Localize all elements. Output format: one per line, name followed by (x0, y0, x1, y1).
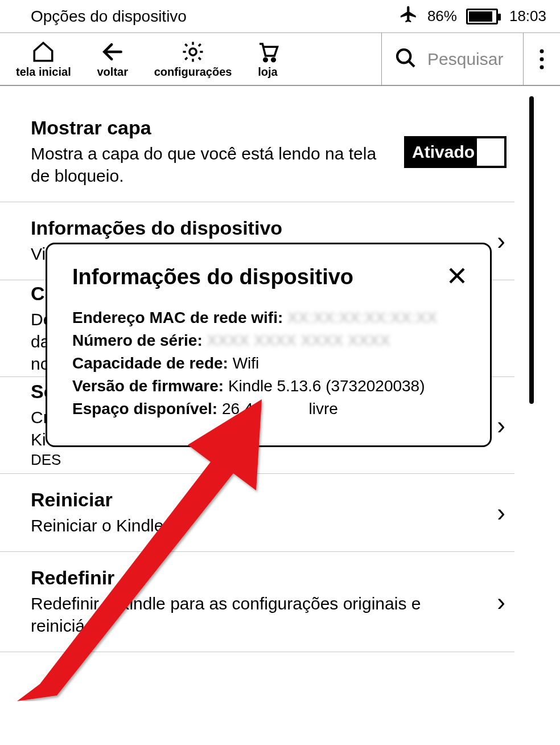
settings-label: configurações (154, 66, 232, 79)
firmware-line: Versão de firmware: Kindle 5.13.6 (37320… (72, 377, 467, 395)
mac-line: Endereço MAC de rede wifi: XX:XX:XX:XX:X… (72, 309, 467, 327)
row-desc: Mostra a capa do que você está lendo na … (31, 142, 393, 187)
svg-point-5 (540, 57, 544, 61)
back-label: voltar (97, 66, 127, 79)
row-desc: Redefinir o Kindle para as configurações… (31, 592, 440, 637)
dialog-title: Informações do dispositivo (72, 265, 353, 289)
mac-label: Endereço MAC de rede wifi: (72, 309, 283, 326)
settings-button[interactable]: configurações (144, 33, 242, 85)
svg-point-6 (540, 65, 544, 69)
overflow-menu-button[interactable] (524, 33, 560, 85)
device-info-dialog: Informações do dispositivo Endereço MAC … (46, 243, 492, 447)
mac-value-redacted: XX:XX:XX:XX:XX:XX (287, 309, 437, 326)
row-show-cover[interactable]: Mostrar capa Mostra a capa do que você e… (0, 102, 514, 202)
toggle-label: Ativado (412, 142, 475, 162)
home-icon (31, 39, 55, 64)
chevron-right-icon: › (497, 411, 514, 440)
search-box[interactable]: Pesquisar (381, 33, 524, 85)
back-button[interactable]: voltar (81, 33, 144, 85)
page-title: Opções do dispositivo (31, 7, 187, 26)
svg-point-0 (190, 48, 196, 55)
chevron-right-icon: › (497, 498, 514, 527)
kebab-icon (539, 48, 545, 71)
clock: 18:03 (509, 7, 546, 25)
battery-percent: 86% (427, 7, 457, 25)
cart-icon (256, 39, 279, 64)
freespace-label: Espaço disponível: (72, 400, 217, 417)
netcap-label: Capacidade de rede: (72, 354, 228, 372)
row-reset[interactable]: Redefinir Redefinir o Kindle para as con… (0, 552, 514, 652)
netcap-line: Capacidade de rede: Wifi (72, 354, 467, 372)
freespace-value-suffix: livre (309, 400, 338, 417)
toolbar: tela inicial voltar configurações loja P… (0, 32, 560, 86)
home-button[interactable]: tela inicial (6, 33, 81, 85)
search-placeholder: Pesquisar (427, 50, 503, 69)
svg-point-3 (397, 50, 410, 63)
row-desc-extra: DES (31, 451, 61, 470)
row-title: Redefinir (31, 567, 440, 589)
chevron-right-icon: › (497, 588, 514, 616)
chevron-right-icon: › (497, 227, 514, 255)
netcap-value: Wifi (233, 354, 260, 372)
svg-point-4 (540, 49, 544, 53)
row-title: Mostrar capa (31, 117, 393, 139)
close-button[interactable] (447, 265, 467, 289)
svg-point-2 (272, 58, 275, 62)
airplane-mode-icon (399, 5, 418, 28)
row-desc: Reiniciar o Kindle. (31, 514, 168, 537)
settings-list: Mostrar capa Mostra a capa do que você e… (0, 86, 560, 745)
freespace-line: Espaço disponível: 26,4 XX XX livre (72, 400, 467, 418)
svg-point-1 (264, 58, 267, 62)
serial-line: Número de série: XXXX XXXX XXXX XXXX (72, 331, 467, 350)
home-label: tela inicial (16, 66, 71, 79)
scrollbar[interactable] (529, 96, 534, 404)
serial-value-redacted: XXXX XXXX XXXX XXXX (207, 331, 390, 349)
store-label: loja (258, 66, 277, 79)
serial-label: Número de série: (72, 331, 203, 349)
close-icon (447, 265, 467, 286)
row-title: Informações do dispositivo (31, 217, 321, 239)
status-right: 86% 18:03 (399, 5, 546, 28)
store-button[interactable]: loja (242, 33, 293, 85)
battery-icon (466, 9, 498, 24)
row-restart[interactable]: Reiniciar Reiniciar o Kindle. › (0, 474, 514, 552)
toggle-on[interactable]: Ativado (404, 136, 507, 168)
back-arrow-icon (100, 39, 125, 64)
firmware-label: Versão de firmware: (72, 377, 224, 395)
status-bar: Opções do dispositivo 86% 18:03 (0, 0, 560, 32)
gear-icon (181, 39, 205, 64)
search-icon (394, 47, 417, 72)
firmware-value: Kindle 5.13.6 (3732020038) (228, 377, 425, 395)
freespace-value-prefix: 26,4 (222, 400, 253, 417)
row-title: Reiniciar (31, 489, 168, 511)
